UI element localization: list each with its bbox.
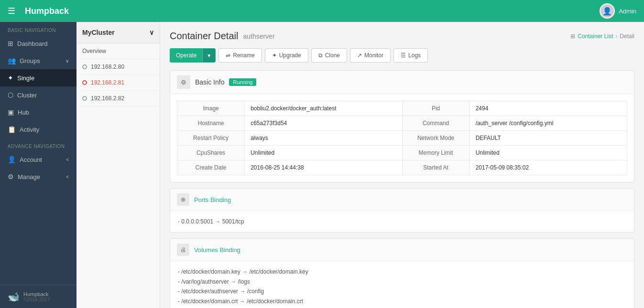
- operate-label: Operate: [176, 52, 196, 59]
- manage-arrow: <: [66, 174, 69, 180]
- sidebar-label-cluster: Cluster: [17, 92, 69, 99]
- sidebar-footer: 🐋 Humpback ©2016-2017: [0, 285, 76, 308]
- sidebar-item-manage[interactable]: ⚙ Manage <: [0, 168, 76, 185]
- monitor-button[interactable]: ↗ Monitor: [350, 48, 391, 63]
- clone-label: Clone: [325, 52, 340, 59]
- sub-panel-overview[interactable]: Overview: [76, 43, 160, 59]
- memory-limit-label: Memory Limit: [402, 146, 469, 160]
- volumes-binding-title: Volumes Binding: [194, 246, 240, 254]
- upgrade-label: Upgrade: [279, 52, 301, 59]
- network-mode-value: DEFAULT: [469, 131, 627, 146]
- breadcrumb: ⊞ Container List › Detail: [570, 33, 634, 40]
- volumes-icon: 🖨: [177, 244, 189, 256]
- sidebar-label-activity: Activity: [20, 126, 69, 133]
- sidebar-label-manage: Manage: [18, 173, 62, 181]
- node-3-ip: 192.168.2.82: [91, 95, 124, 102]
- image-label: Image: [177, 101, 245, 116]
- cluster-name: MyCluster: [82, 29, 115, 36]
- sub-panel-header[interactable]: MyCluster ∨: [76, 22, 160, 43]
- top-navbar: ☰ Humpback 👤 Admin: [0, 0, 644, 22]
- node-2-ip: 192.168.2.81: [91, 79, 124, 86]
- sidebar-item-hub[interactable]: ▣ Hub: [0, 104, 76, 121]
- account-arrow: <: [66, 157, 69, 162]
- sidebar: BASIC NAVIGATION ⊞ Dashboard 👥 Groups ∨ …: [0, 22, 76, 308]
- cpushares-label: CpuShares: [177, 146, 245, 160]
- cluster-expand-icon: ∨: [149, 29, 154, 36]
- restart-policy-label: Restart Policy: [177, 131, 245, 146]
- restart-policy-value: always: [245, 131, 402, 146]
- sidebar-item-single[interactable]: ✦ Single: [0, 69, 76, 86]
- sidebar-item-cluster[interactable]: ⬡ Cluster: [0, 86, 76, 104]
- sidebar-item-account[interactable]: 👤 Account <: [0, 151, 76, 168]
- ports-entry-1: - 0.0.0.0:5001 → 5001/tcp: [178, 217, 626, 226]
- rename-label: Rename: [233, 52, 254, 59]
- advance-nav-label: ADVANCE NAVIGATION: [0, 138, 76, 151]
- avatar: 👤: [600, 3, 615, 19]
- sidebar-label-groups: Groups: [20, 57, 62, 64]
- basic-info-card: ⚙ Basic Info Running Image bobliu2.docke…: [170, 70, 634, 182]
- ports-binding-card: ⊕ Ports Binding - 0.0.0.0:5001 → 5001/tc…: [170, 188, 634, 233]
- breadcrumb-separator: ›: [615, 33, 617, 40]
- main-content: Container Detail authserver ⊞ Container …: [160, 22, 644, 308]
- volumes-binding-card: 🖨 Volumes Binding - /etc/docker/domain.k…: [170, 238, 634, 308]
- sidebar-label-account: Account: [20, 156, 62, 163]
- table-row: Hostname c65a273f3d54 Command /auth_serv…: [177, 116, 627, 131]
- hamburger-icon[interactable]: ☰: [8, 6, 15, 16]
- ports-binding-body: - 0.0.0.0:5001 → 5001/tcp: [170, 211, 634, 232]
- manage-icon: ⚙: [8, 173, 14, 181]
- operate-button-group[interactable]: Operate ▼: [170, 48, 216, 63]
- page-subtitle: authserver: [243, 32, 274, 40]
- running-badge: Running: [229, 78, 256, 86]
- volumes-binding-header: 🖨 Volumes Binding: [170, 239, 634, 261]
- sub-panel-node-2[interactable]: 192.168.2.81: [76, 75, 160, 91]
- rename-button[interactable]: ⇌ Rename: [218, 48, 262, 63]
- sidebar-label-hub: Hub: [18, 109, 69, 116]
- groups-icon: 👥: [8, 57, 16, 64]
- page-header: Container Detail authserver ⊞ Container …: [170, 31, 634, 42]
- sidebar-item-activity[interactable]: 📋 Activity: [0, 121, 76, 138]
- volumes-entry-3: - /etc/docker/authserver → /config: [178, 287, 626, 296]
- groups-arrow: ∨: [65, 58, 69, 64]
- network-mode-label: Network Mode: [402, 131, 469, 146]
- operate-main-button[interactable]: Operate: [170, 48, 202, 63]
- table-row: Restart Policy always Network Mode DEFAU…: [177, 131, 627, 146]
- basic-info-icon: ⚙: [177, 75, 190, 89]
- upgrade-button[interactable]: ✦ Upgrade: [265, 48, 308, 63]
- single-icon: ✦: [8, 74, 13, 82]
- command-label: Command: [402, 116, 469, 131]
- volumes-entry-1: - /etc/docker/domain.key → /etc/docker/d…: [178, 267, 626, 276]
- command-value: /auth_server /config/config.yml: [469, 116, 627, 131]
- clone-icon: ⧉: [318, 52, 323, 59]
- ports-icon: ⊕: [177, 193, 189, 206]
- basic-info-header: ⚙ Basic Info Running: [170, 71, 634, 94]
- breadcrumb-current: Detail: [620, 33, 634, 40]
- sidebar-label-dashboard: Dashboard: [17, 40, 69, 47]
- pid-label: Pid: [402, 101, 469, 116]
- sub-panel-node-3[interactable]: 192.168.2.82: [76, 91, 160, 106]
- footer-copy: ©2016-2017: [23, 297, 50, 302]
- sidebar-item-dashboard[interactable]: ⊞ Dashboard: [0, 35, 76, 52]
- node-3-status-dot: [82, 96, 87, 101]
- node-2-status-dot: [82, 80, 87, 85]
- operate-dropdown-button[interactable]: ▼: [202, 48, 216, 63]
- started-at-label: Started At: [402, 160, 469, 175]
- rename-icon: ⇌: [226, 52, 230, 59]
- footer-name: Humpback: [23, 291, 50, 297]
- volumes-entry-4: - /etc/docker/domain.crt → /etc/docker/d…: [178, 297, 626, 306]
- logs-label: Logs: [408, 52, 421, 59]
- ports-binding-header: ⊕ Ports Binding: [170, 189, 634, 211]
- clone-button[interactable]: ⧉ Clone: [311, 48, 347, 63]
- logs-icon: ☰: [401, 52, 406, 59]
- sub-panel-node-1[interactable]: 192.168.2.80: [76, 59, 160, 75]
- logs-button[interactable]: ☰ Logs: [393, 48, 428, 63]
- basic-info-title: Basic Info: [195, 78, 224, 86]
- basic-nav-label: BASIC NAVIGATION: [0, 22, 76, 35]
- node-1-status-dot: [82, 64, 87, 69]
- breadcrumb-container-list[interactable]: Container List: [578, 33, 613, 40]
- basic-info-table: Image bobliu2.docker/docker_auth:latest …: [177, 101, 627, 175]
- sidebar-item-groups[interactable]: 👥 Groups ∨: [0, 52, 76, 69]
- cpushares-value: Unlimited: [245, 146, 402, 160]
- table-row: Image bobliu2.docker/docker_auth:latest …: [177, 101, 627, 116]
- create-date-value: 2016-08-25 14:44:38: [245, 160, 402, 175]
- user-menu[interactable]: 👤 Admin: [600, 3, 636, 19]
